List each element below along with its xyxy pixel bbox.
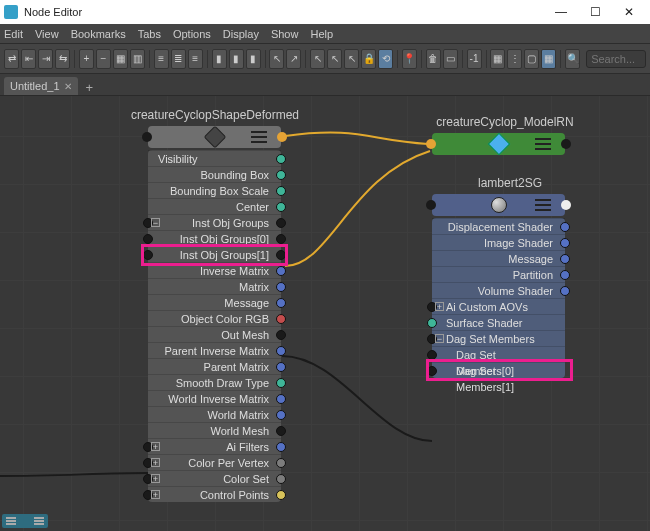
- attr-port-out[interactable]: [276, 170, 286, 180]
- attr-row[interactable]: Inst Obj Groups−: [148, 214, 281, 230]
- attr-port-out[interactable]: [276, 362, 286, 372]
- attr-port-out[interactable]: [276, 426, 286, 436]
- tool-layout-a[interactable]: ▦: [113, 49, 128, 69]
- attr-port-out[interactable]: [560, 238, 570, 248]
- attr-port-out[interactable]: [276, 330, 286, 340]
- attr-port-out[interactable]: [276, 378, 286, 388]
- port-in-icon[interactable]: [426, 200, 436, 210]
- attr-row[interactable]: Parent Inverse Matrix: [148, 342, 281, 358]
- attr-port-out[interactable]: [276, 186, 286, 196]
- attr-row[interactable]: Control Points+: [148, 486, 281, 502]
- attr-row[interactable]: Dag Set Members[1]: [432, 362, 565, 378]
- menu-options[interactable]: Options: [173, 28, 211, 40]
- tool-cursor-1[interactable]: ↖: [310, 49, 325, 69]
- minimize-button[interactable]: —: [544, 0, 578, 24]
- attr-row[interactable]: Message: [148, 294, 281, 310]
- attr-port-out[interactable]: [276, 314, 286, 324]
- attr-port-out[interactable]: [276, 266, 286, 276]
- attr-row[interactable]: Inverse Matrix: [148, 262, 281, 278]
- tool-align-l[interactable]: ≡: [154, 49, 169, 69]
- tool-connected[interactable]: ⇆: [55, 49, 70, 69]
- tool-zoom[interactable]: 🔍: [565, 49, 580, 69]
- attr-port-out[interactable]: [276, 202, 286, 212]
- tool-state-1[interactable]: ▮: [212, 49, 227, 69]
- tool-input-output[interactable]: ⇄: [4, 49, 19, 69]
- menu-bookmarks[interactable]: Bookmarks: [71, 28, 126, 40]
- expand-toggle-icon[interactable]: +: [151, 474, 160, 483]
- attr-port-out[interactable]: [276, 154, 286, 164]
- attr-row[interactable]: Parent Matrix: [148, 358, 281, 374]
- tool-layout-b[interactable]: ▥: [130, 49, 145, 69]
- expand-toggle-icon[interactable]: −: [435, 334, 444, 343]
- attr-row[interactable]: Object Color RGB: [148, 310, 281, 326]
- tool-input[interactable]: ⇤: [21, 49, 36, 69]
- attr-port-in[interactable]: [427, 350, 437, 360]
- attr-port-out[interactable]: [276, 442, 286, 452]
- attr-row[interactable]: Color Set+: [148, 470, 281, 486]
- menu-view[interactable]: View: [35, 28, 59, 40]
- attr-row[interactable]: Partition: [432, 266, 565, 282]
- attr-row[interactable]: Message: [432, 250, 565, 266]
- attr-port-out[interactable]: [560, 270, 570, 280]
- expand-toggle-icon[interactable]: +: [151, 442, 160, 451]
- attr-row[interactable]: Bounding Box Scale: [148, 182, 281, 198]
- attr-row[interactable]: World Matrix: [148, 406, 281, 422]
- attr-port-out[interactable]: [276, 234, 286, 244]
- menu-display[interactable]: Display: [223, 28, 259, 40]
- attr-row[interactable]: Color Per Vertex+: [148, 454, 281, 470]
- tool-depth[interactable]: -1: [467, 49, 482, 69]
- tool-pin[interactable]: 📍: [402, 49, 417, 69]
- tool-snap[interactable]: ▦: [541, 49, 556, 69]
- attr-port-out[interactable]: [276, 394, 286, 404]
- expand-toggle-icon[interactable]: +: [151, 490, 160, 499]
- attr-port-out[interactable]: [276, 410, 286, 420]
- attr-row[interactable]: Inst Obj Groups[1]: [148, 246, 281, 262]
- menu-tabs[interactable]: Tabs: [138, 28, 161, 40]
- attr-row[interactable]: Matrix: [148, 278, 281, 294]
- node-canvas[interactable]: creatureCyclopShapeDeformed VisibilityBo…: [0, 96, 650, 531]
- attr-row[interactable]: Ai Custom AOVs+: [432, 298, 565, 314]
- attr-port-out[interactable]: [276, 218, 286, 228]
- attr-row[interactable]: Surface Shader: [432, 314, 565, 330]
- attr-port-out[interactable]: [560, 286, 570, 296]
- tool-align-c[interactable]: ≣: [171, 49, 186, 69]
- maximize-button[interactable]: ☐: [578, 0, 612, 24]
- tool-view[interactable]: ▢: [524, 49, 539, 69]
- attr-port-in[interactable]: [427, 366, 437, 376]
- tool-arrow-2[interactable]: ↗: [286, 49, 301, 69]
- expand-toggle-icon[interactable]: +: [151, 458, 160, 467]
- attr-port-out[interactable]: [276, 490, 286, 500]
- attr-port-out[interactable]: [276, 250, 286, 260]
- attr-port-out[interactable]: [560, 254, 570, 264]
- menu-edit[interactable]: Edit: [4, 28, 23, 40]
- attr-row[interactable]: Out Mesh: [148, 326, 281, 342]
- attr-port-out[interactable]: [276, 474, 286, 484]
- attr-row[interactable]: Dag Set Members−: [432, 330, 565, 346]
- node-deformed-body[interactable]: VisibilityBounding BoxBounding Box Scale…: [148, 150, 281, 502]
- tool-arrow-1[interactable]: ↖: [269, 49, 284, 69]
- tab-close-icon[interactable]: ✕: [64, 81, 72, 92]
- node-lambert-body[interactable]: Displacement ShaderImage ShaderMessagePa…: [432, 218, 565, 378]
- node-lambert-header[interactable]: [432, 194, 565, 216]
- expand-toggle-icon[interactable]: −: [151, 218, 160, 227]
- attr-row[interactable]: Volume Shader: [432, 282, 565, 298]
- expand-toggle-icon[interactable]: +: [435, 302, 444, 311]
- tool-state-2[interactable]: ▮: [229, 49, 244, 69]
- attr-row[interactable]: Bounding Box: [148, 166, 281, 182]
- tool-align-r[interactable]: ≡: [188, 49, 203, 69]
- tool-trash[interactable]: 🗑: [426, 49, 441, 69]
- attr-port-in[interactable]: [427, 318, 437, 328]
- tool-dots[interactable]: ⋮: [507, 49, 522, 69]
- port-in-icon[interactable]: [142, 132, 152, 142]
- tab-untitled[interactable]: Untitled_1 ✕: [4, 77, 78, 95]
- search-input[interactable]: [586, 50, 646, 68]
- tool-lock[interactable]: 🔒: [361, 49, 376, 69]
- attr-row[interactable]: Dag Set Members[0]: [432, 346, 565, 362]
- tool-frame[interactable]: ▭: [443, 49, 458, 69]
- tool-add[interactable]: +: [79, 49, 94, 69]
- tool-grid[interactable]: ▦: [490, 49, 505, 69]
- port-out-icon[interactable]: [561, 200, 571, 210]
- tab-add-button[interactable]: +: [78, 80, 102, 95]
- attr-port-in[interactable]: [143, 250, 153, 260]
- attr-port-out[interactable]: [276, 298, 286, 308]
